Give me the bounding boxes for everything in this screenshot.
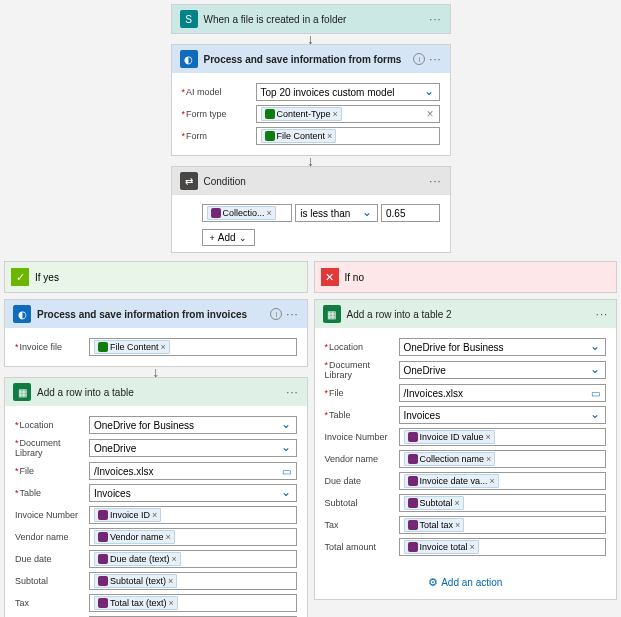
if-yes-header[interactable]: ✓ If yes bbox=[4, 261, 308, 293]
file-input[interactable]: /Invoices.xlsx bbox=[399, 384, 607, 402]
condition-icon: ⇄ bbox=[180, 172, 198, 190]
trigger-title: When a file is created in a folder bbox=[204, 14, 424, 25]
condition-header[interactable]: ⇄ Condition ··· bbox=[172, 167, 450, 195]
if-yes-title: If yes bbox=[35, 272, 59, 283]
field-input[interactable]: Invoice ID bbox=[89, 506, 297, 524]
form-input[interactable]: File Content bbox=[256, 127, 440, 145]
if-no-title: If no bbox=[345, 272, 364, 283]
trigger-card[interactable]: S When a file is created in a folder ··· bbox=[171, 4, 451, 34]
library-select[interactable]: OneDrive bbox=[89, 439, 297, 457]
field-input[interactable]: Total tax bbox=[399, 516, 607, 534]
excel-icon: ▦ bbox=[323, 305, 341, 323]
add-action-button[interactable]: Add an action bbox=[315, 566, 617, 599]
field-input[interactable]: Vendor name bbox=[89, 528, 297, 546]
label: AI model bbox=[182, 87, 250, 97]
condition-value[interactable]: 0.65 bbox=[381, 204, 439, 222]
info-icon[interactable]: i bbox=[270, 308, 282, 320]
ai-model-select[interactable]: Top 20 invoices custom model bbox=[256, 83, 440, 101]
table-select[interactable]: Invoices bbox=[399, 406, 607, 424]
field-input[interactable]: Total tax (text) bbox=[89, 594, 297, 612]
close-icon: ✕ bbox=[321, 268, 339, 286]
field-input[interactable]: Invoice date va... bbox=[399, 472, 607, 490]
add-row-card-2: ▦ Add a row into a table 2 ··· LocationO… bbox=[314, 299, 618, 600]
if-no-branch: ✕ If no ▦ Add a row into a table 2 ··· L… bbox=[314, 261, 618, 617]
more-icon[interactable]: ··· bbox=[596, 308, 608, 320]
form-type-input[interactable]: Content-Type bbox=[256, 105, 440, 123]
card-header[interactable]: ▦ Add a row into a table ··· bbox=[5, 378, 307, 406]
condition-operator[interactable]: is less than bbox=[295, 204, 378, 222]
file-input[interactable]: /Invoices.xlsx bbox=[89, 462, 297, 480]
field-input[interactable]: Due date (text) bbox=[89, 550, 297, 568]
ai-builder-icon: ◐ bbox=[180, 50, 198, 68]
more-icon[interactable]: ··· bbox=[429, 175, 441, 187]
more-icon[interactable]: ··· bbox=[429, 53, 441, 65]
process-invoices-card: ◐ Process and save information from invo… bbox=[4, 299, 308, 367]
add-button[interactable]: + Add ⌄ bbox=[202, 229, 255, 246]
library-select[interactable]: OneDrive bbox=[399, 361, 607, 379]
if-no-header[interactable]: ✕ If no bbox=[314, 261, 618, 293]
condition-card: ⇄ Condition ··· Collectio... is less tha… bbox=[171, 166, 451, 253]
card-header[interactable]: ▦ Add a row into a table 2 ··· bbox=[315, 300, 617, 328]
condition-field[interactable]: Collectio... bbox=[202, 204, 293, 222]
field-input[interactable]: Invoice total bbox=[399, 538, 607, 556]
token[interactable]: Collectio... bbox=[207, 206, 276, 220]
sharepoint-icon: S bbox=[180, 10, 198, 28]
card-header[interactable]: ◐ Process and save information from invo… bbox=[5, 300, 307, 328]
more-icon[interactable]: ··· bbox=[286, 386, 298, 398]
more-icon[interactable]: ··· bbox=[429, 13, 441, 25]
label: Form type bbox=[182, 109, 250, 119]
process-forms-header[interactable]: ◐ Process and save information from form… bbox=[172, 45, 450, 73]
check-icon: ✓ bbox=[11, 268, 29, 286]
location-select[interactable]: OneDrive for Business bbox=[89, 416, 297, 434]
arrow-icon: ↓ bbox=[0, 156, 621, 166]
field-input[interactable]: Invoice ID value bbox=[399, 428, 607, 446]
field-input[interactable]: Subtotal (text) bbox=[89, 572, 297, 590]
add-row-card: ▦ Add a row into a table ··· LocationOne… bbox=[4, 377, 308, 617]
field-input[interactable]: Subtotal bbox=[399, 494, 607, 512]
token[interactable]: Content-Type bbox=[261, 107, 342, 121]
arrow-icon: ↓ bbox=[4, 367, 308, 377]
invoice-file-input[interactable]: File Content bbox=[89, 338, 297, 356]
ai-builder-icon: ◐ bbox=[13, 305, 31, 323]
excel-icon: ▦ bbox=[13, 383, 31, 401]
more-icon[interactable]: ··· bbox=[286, 308, 298, 320]
process-title: Process and save information from forms bbox=[204, 54, 408, 65]
label: Form bbox=[182, 131, 250, 141]
field-input[interactable]: Collection name bbox=[399, 450, 607, 468]
if-yes-branch: ✓ If yes ◐ Process and save information … bbox=[4, 261, 308, 617]
token[interactable]: File Content bbox=[261, 129, 337, 143]
info-icon[interactable]: i bbox=[413, 53, 425, 65]
arrow-icon: ↓ bbox=[0, 34, 621, 44]
process-forms-card: ◐ Process and save information from form… bbox=[171, 44, 451, 156]
table-select[interactable]: Invoices bbox=[89, 484, 297, 502]
condition-title: Condition bbox=[204, 176, 424, 187]
location-select[interactable]: OneDrive for Business bbox=[399, 338, 607, 356]
